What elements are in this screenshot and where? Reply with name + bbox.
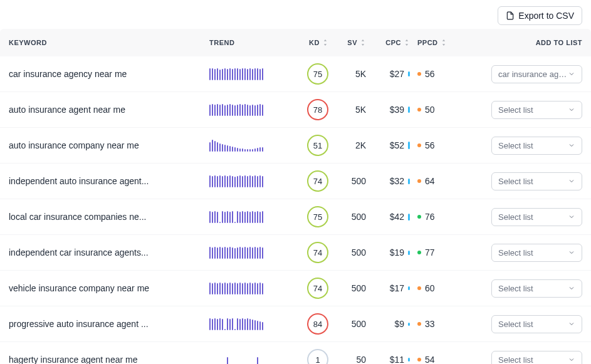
add-to-list-select[interactable]: Select list: [491, 208, 582, 226]
cpc-value: $9: [394, 319, 404, 329]
keyword-text[interactable]: independent auto insurance agent...: [9, 176, 149, 186]
ppcd-value: 56: [425, 140, 435, 150]
add-to-list-label: Select list: [498, 320, 533, 329]
ppcd-dot: [417, 143, 421, 147]
export-csv-label: Export to CSV: [518, 11, 574, 21]
ppcd-dot: [417, 215, 421, 219]
cpc-value: $52: [390, 140, 404, 150]
chevron-down-icon: [568, 142, 575, 149]
chevron-down-icon: [568, 249, 575, 256]
keyword-text[interactable]: local car insurance companies ne...: [9, 212, 146, 222]
keyword-text[interactable]: auto insurance agent near me: [9, 105, 125, 115]
trend-sparkline: [209, 246, 272, 259]
add-to-list-select[interactable]: Select list: [491, 351, 582, 365]
ppcd-dot: [417, 322, 421, 326]
col-add: ADD TO LIST: [466, 39, 582, 46]
sv-value: 500: [352, 247, 366, 257]
chevron-down-icon: [568, 70, 575, 78]
chevron-down-icon: [568, 106, 575, 113]
chevron-down-icon: [568, 213, 575, 221]
add-to-list-select[interactable]: Select list: [491, 137, 582, 155]
sv-value: 500: [352, 212, 366, 222]
sv-value: 50: [356, 355, 366, 364]
trend-sparkline: [209, 175, 272, 187]
kd-badge: 1: [307, 349, 328, 364]
ppcd-value: 54: [425, 355, 435, 364]
kd-badge: 75: [307, 206, 328, 227]
sort-icon: [360, 39, 366, 46]
keyword-text[interactable]: vehicle insurance company near me: [9, 283, 149, 293]
export-csv-button[interactable]: Export to CSV: [498, 6, 582, 25]
file-icon: [506, 11, 515, 20]
col-ppcd[interactable]: PPCD: [410, 39, 466, 46]
sv-value: 2K: [355, 140, 366, 150]
trend-sparkline: [209, 68, 272, 80]
add-to-list-label: Select list: [498, 248, 533, 257]
col-keyword[interactable]: KEYWORD: [9, 39, 209, 46]
ppcd-value: 50: [425, 105, 435, 115]
chevron-down-icon: [568, 284, 575, 292]
trend-sparkline: [209, 139, 272, 152]
kd-badge: 78: [307, 99, 328, 120]
cpc-value: $27: [390, 69, 404, 79]
add-to-list-select[interactable]: Select list: [491, 172, 582, 190]
kd-badge: 74: [307, 278, 328, 299]
add-to-list-select[interactable]: Select list: [491, 101, 582, 119]
keyword-table: KEYWORD TREND KD SV CPC PPCD ADD TO LIST…: [0, 29, 591, 364]
trend-sparkline: [209, 318, 272, 330]
col-sv[interactable]: SV: [328, 39, 366, 46]
keyword-text[interactable]: auto insurance company near me: [9, 140, 139, 150]
keyword-text[interactable]: car insurance agency near me: [9, 69, 127, 79]
keyword-text[interactable]: independent car insurance agents...: [9, 247, 149, 257]
add-to-list-label: Select list: [498, 141, 533, 150]
trend-sparkline: [209, 282, 272, 294]
trend-sparkline: [209, 353, 272, 364]
cpc-value: $39: [390, 105, 404, 115]
cpc-value: $19: [390, 247, 404, 257]
ppcd-dot: [417, 251, 421, 254]
table-row: car insurance agency near me755K$2756car…: [0, 56, 591, 92]
ppcd-value: 60: [425, 283, 435, 293]
add-to-list-label: Select list: [498, 355, 533, 365]
sv-value: 500: [352, 176, 366, 186]
add-to-list-select[interactable]: Select list: [491, 279, 582, 298]
ppcd-dot: [417, 108, 421, 112]
sv-value: 5K: [355, 105, 366, 115]
cpc-value: $17: [390, 283, 404, 293]
add-to-list-select[interactable]: Select list: [491, 244, 582, 262]
add-to-list-label: Select list: [498, 105, 533, 115]
add-to-list-select[interactable]: Select list: [491, 315, 582, 333]
cpc-value: $11: [390, 355, 404, 364]
sv-value: 5K: [355, 69, 366, 79]
ppcd-dot: [417, 286, 421, 290]
ppcd-value: 64: [425, 176, 435, 186]
add-to-list-label: Select list: [498, 284, 533, 293]
keyword-text[interactable]: progressive auto insurance agent ...: [9, 319, 149, 329]
ppcd-dot: [417, 358, 421, 361]
chevron-down-icon: [568, 177, 575, 185]
ppcd-value: 56: [425, 69, 435, 79]
kd-badge: 51: [307, 135, 328, 156]
sort-icon: [441, 39, 447, 46]
chevron-down-icon: [568, 320, 575, 328]
trend-sparkline: [209, 103, 272, 116]
table-row: local car insurance companies ne...75500…: [0, 199, 591, 235]
sv-value: 500: [352, 283, 366, 293]
col-kd[interactable]: KD: [285, 39, 328, 46]
kd-badge: 74: [307, 170, 328, 192]
table-row: auto insurance company near me512K$5256S…: [0, 128, 591, 164]
add-to-list-label: car insurance age…: [498, 70, 567, 79]
table-row: independent car insurance agents...74500…: [0, 235, 591, 271]
chevron-down-icon: [568, 356, 575, 363]
col-cpc[interactable]: CPC: [366, 39, 410, 46]
keyword-text[interactable]: hagerty insurance agent near me: [9, 355, 137, 364]
cpc-value: $32: [390, 176, 404, 186]
add-to-list-select[interactable]: car insurance age…: [491, 65, 582, 83]
col-trend: TREND: [209, 39, 285, 46]
ppcd-value: 76: [425, 212, 435, 222]
sv-value: 500: [352, 319, 366, 329]
ppcd-value: 33: [425, 319, 435, 329]
table-row: hagerty insurance agent near me150$1154S…: [0, 342, 591, 364]
sort-icon: [404, 39, 410, 46]
ppcd-dot: [417, 72, 421, 76]
